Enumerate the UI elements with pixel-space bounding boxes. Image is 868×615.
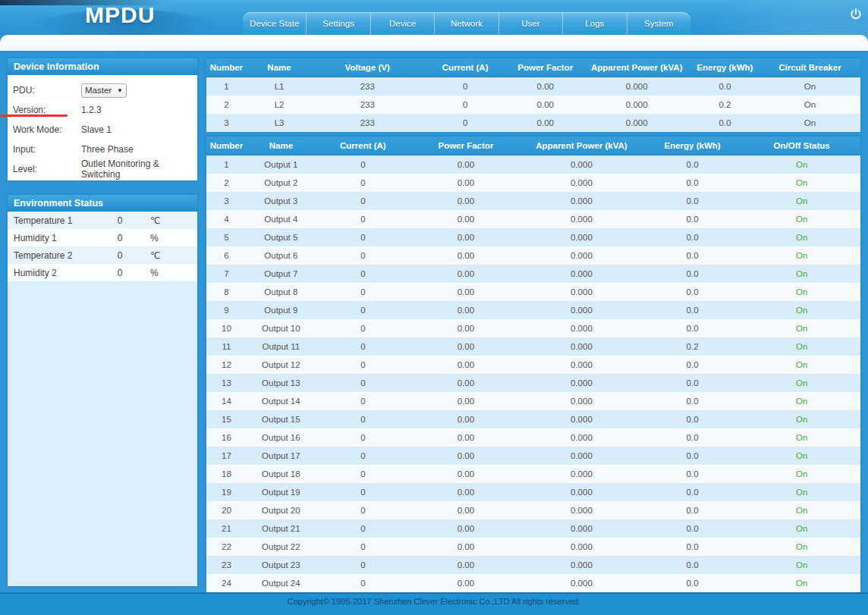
table-row: 16Output 1600.000.0000.0On bbox=[206, 428, 860, 447]
table-cell: 13 bbox=[206, 374, 247, 392]
table-cell: On bbox=[743, 374, 860, 392]
tab-user[interactable]: User bbox=[499, 12, 563, 35]
table-row: 15Output 1500.000.0000.0On bbox=[206, 410, 860, 428]
table-cell: 0.00 bbox=[410, 155, 521, 174]
table-cell: On bbox=[743, 519, 860, 538]
table-cell: 0.00 bbox=[508, 77, 583, 96]
table-cell: Output 3 bbox=[247, 192, 316, 210]
table-cell: 0.00 bbox=[410, 337, 521, 356]
table-row: 24Output 2400.000.0000.0On bbox=[206, 574, 860, 592]
device-information-panel: Device Information PDU: Master ▼ Version… bbox=[6, 57, 199, 182]
table-cell: 0.000 bbox=[521, 538, 642, 556]
table-cell: 0 bbox=[316, 410, 410, 428]
table-cell: 3 bbox=[206, 114, 247, 132]
table-cell: 8 bbox=[206, 283, 247, 301]
table-cell: Output 21 bbox=[247, 519, 316, 538]
table-cell: On bbox=[743, 265, 860, 283]
table-cell: 0 bbox=[316, 447, 410, 465]
table-cell: L3 bbox=[247, 114, 313, 132]
table-cell: 0.000 bbox=[521, 192, 642, 210]
tab-system[interactable]: System bbox=[627, 12, 690, 35]
table-cell: 0.000 bbox=[521, 428, 642, 447]
sub-header-strip bbox=[0, 35, 868, 51]
table-cell: On bbox=[760, 96, 860, 114]
table-cell: 0.000 bbox=[521, 337, 642, 356]
table-cell: 0 bbox=[316, 501, 410, 519]
table-cell: 0.0 bbox=[642, 210, 743, 228]
table-cell: Output 11 bbox=[247, 337, 316, 356]
power-button[interactable] bbox=[849, 8, 863, 21]
work-mode-row: Work Mode: Slave 1 bbox=[8, 120, 197, 140]
table-cell: 0.00 bbox=[410, 392, 521, 410]
table-cell: On bbox=[743, 246, 860, 265]
table-cell: 0.00 bbox=[410, 174, 521, 192]
table-cell: On bbox=[743, 574, 860, 592]
table-cell: 0.000 bbox=[521, 301, 642, 319]
table-cell: Output 20 bbox=[247, 501, 316, 519]
table-cell: On bbox=[743, 465, 860, 483]
table-cell: On bbox=[743, 155, 860, 174]
table-cell: 0 bbox=[316, 519, 410, 538]
table-cell: 0.000 bbox=[521, 356, 642, 374]
table-cell: 0.00 bbox=[410, 265, 521, 283]
table-cell: 14 bbox=[206, 392, 247, 410]
table-cell: 0 bbox=[316, 210, 410, 228]
table-cell: Output 23 bbox=[247, 556, 316, 574]
mpdu-page: MPDU Device State Settings Device Networ… bbox=[0, 0, 868, 615]
table-cell: 0.0 bbox=[642, 410, 743, 428]
table-cell: 0.00 bbox=[508, 114, 583, 132]
environment-status-body: Temperature 1 0 ℃ Humidity 1 0 % Tempera… bbox=[8, 212, 197, 281]
input-row: Input: Three Phase bbox=[8, 140, 197, 159]
table-cell: 0.0 bbox=[642, 483, 743, 501]
column-header: Current (A) bbox=[423, 58, 508, 77]
tab-settings[interactable]: Settings bbox=[307, 12, 370, 35]
table-row: 18Output 1800.000.0000.0On bbox=[206, 465, 860, 483]
table-cell: 2 bbox=[206, 174, 247, 192]
column-header: Energy (kWh) bbox=[690, 58, 760, 77]
table-cell: 0.00 bbox=[410, 447, 521, 465]
tab-device[interactable]: Device bbox=[371, 12, 435, 35]
temperature-2-unit: ℃ bbox=[134, 250, 160, 261]
table-row: 1L123300.000.0000.0On bbox=[206, 77, 860, 96]
tab-device-state[interactable]: Device State bbox=[243, 12, 307, 35]
table-cell: 0.00 bbox=[410, 192, 521, 210]
work-mode-label: Work Mode: bbox=[13, 124, 81, 135]
table-cell: 0 bbox=[316, 356, 410, 374]
pdu-select[interactable]: Master ▼ bbox=[81, 83, 127, 98]
table-cell: 9 bbox=[206, 301, 247, 319]
table-cell: 0.000 bbox=[521, 519, 642, 538]
table-cell: 0.00 bbox=[508, 96, 583, 114]
table-cell: 0.000 bbox=[521, 265, 642, 283]
column-header: Voltage (V) bbox=[312, 58, 423, 77]
table-cell: 0.000 bbox=[521, 246, 642, 265]
table-cell: 0.000 bbox=[521, 210, 642, 228]
table-cell: On bbox=[743, 410, 860, 428]
table-cell: On bbox=[760, 77, 860, 96]
column-header: Name bbox=[247, 58, 313, 77]
table-cell: Output 5 bbox=[247, 228, 316, 246]
table-cell: 0.000 bbox=[583, 96, 690, 114]
table-row: 2Output 200.000.0000.0On bbox=[206, 174, 860, 192]
table-cell: On bbox=[743, 210, 860, 228]
table-row: 3L323300.000.0000.0On bbox=[206, 114, 860, 132]
table-cell: 10 bbox=[206, 319, 247, 337]
table-cell: 0.0 bbox=[642, 319, 743, 337]
pdu-select-value: Master bbox=[85, 86, 112, 95]
app-logo: MPDU bbox=[85, 2, 155, 28]
column-header: Power Factor bbox=[410, 136, 521, 155]
table-row: 13Output 1300.000.0000.0On bbox=[206, 374, 860, 392]
table-cell: On bbox=[743, 319, 860, 337]
tab-logs[interactable]: Logs bbox=[563, 12, 627, 35]
version-row: Version: 1.2.3 bbox=[8, 100, 197, 120]
table-cell: On bbox=[743, 301, 860, 319]
table-cell: 0.00 bbox=[410, 501, 521, 519]
table-cell: 0.0 bbox=[690, 77, 760, 96]
table-cell: 0.00 bbox=[410, 574, 521, 592]
table-cell: Output 8 bbox=[247, 283, 316, 301]
table-cell: Output 12 bbox=[247, 356, 316, 374]
table-cell: Output 19 bbox=[247, 483, 316, 501]
table-cell: 0.0 bbox=[642, 501, 743, 519]
tab-network[interactable]: Network bbox=[435, 12, 498, 35]
table-cell: Output 13 bbox=[247, 374, 316, 392]
table-cell: 0.0 bbox=[642, 428, 743, 447]
